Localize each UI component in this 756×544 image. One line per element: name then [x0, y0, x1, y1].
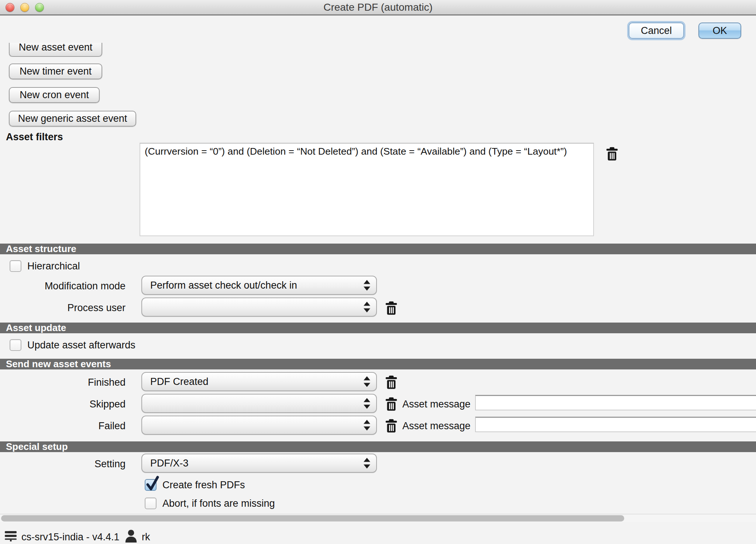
trash-icon[interactable] — [385, 397, 398, 411]
user-name: rk — [142, 531, 150, 543]
setting-dropdown[interactable]: PDF/X-3 — [141, 454, 377, 473]
trash-icon[interactable] — [606, 147, 618, 161]
failed-asset-message-label: Asset message — [402, 420, 471, 432]
new-cron-event-button[interactable]: New cron event — [9, 87, 100, 103]
section-asset-structure: Asset structure — [0, 244, 756, 254]
trash-icon[interactable] — [385, 419, 398, 433]
horizontal-scrollbar-thumb[interactable] — [1, 515, 624, 521]
modification-mode-value: Perform asset check out/check in — [150, 276, 358, 294]
skipped-asset-message-input[interactable] — [475, 395, 756, 410]
hierarchical-label: Hierarchical — [27, 260, 80, 272]
cancel-button[interactable]: Cancel — [629, 23, 684, 39]
asset-filters-label: Asset filters — [6, 131, 63, 143]
abort-if-fonts-missing-label: Abort, if fonts are missing — [162, 497, 275, 509]
modification-mode-label: Modification mode — [0, 280, 126, 292]
checkmark-icon — [145, 475, 160, 492]
new-asset-event-button-clipped: New asset event — [9, 43, 104, 57]
section-asset-update: Asset update — [0, 323, 756, 333]
trash-icon[interactable] — [385, 301, 398, 315]
stepper-icon — [364, 398, 370, 409]
failed-label: Failed — [0, 420, 126, 432]
failed-asset-message-input[interactable] — [475, 417, 756, 432]
trash-icon[interactable] — [385, 375, 398, 389]
hierarchical-checkbox[interactable] — [10, 260, 21, 272]
create-pdf-dialog: Create PDF (automatic) Cancel OK New ass… — [0, 0, 756, 544]
stepper-icon — [364, 458, 370, 469]
title-bar: Create PDF (automatic) — [0, 0, 756, 16]
horizontal-scrollbar[interactable] — [0, 514, 756, 522]
finished-label: Finished — [0, 377, 126, 388]
new-generic-asset-event-button[interactable]: New generic asset event — [9, 111, 136, 127]
finished-value: PDF Created — [150, 373, 358, 390]
section-send-new-asset-events: Send new asset events — [0, 359, 756, 369]
update-asset-afterwards-checkbox[interactable] — [10, 339, 21, 351]
process-user-label: Process user — [0, 302, 126, 314]
new-asset-event-button[interactable]: New asset event — [9, 43, 102, 57]
skipped-dropdown[interactable] — [141, 394, 377, 413]
setting-value: PDF/X-3 — [150, 454, 358, 472]
new-timer-event-button[interactable]: New timer event — [9, 63, 102, 79]
asset-filter-textarea[interactable]: (Currversion = “0”) and (Deletion = “Not… — [140, 143, 594, 236]
skipped-label: Skipped — [0, 399, 126, 410]
setting-label: Setting — [0, 458, 126, 470]
update-asset-afterwards-label: Update asset afterwards — [27, 339, 135, 351]
window-title: Create PDF (automatic) — [0, 0, 756, 15]
ok-button[interactable]: OK — [698, 23, 741, 39]
stepper-icon — [364, 302, 370, 313]
finished-dropdown[interactable]: PDF Created — [141, 372, 377, 391]
server-name: cs-srv15-india - v4.4.1 — [21, 531, 120, 543]
create-fresh-pdfs-checkbox[interactable] — [145, 479, 157, 491]
section-special-setup: Special setup — [0, 441, 756, 452]
stepper-icon — [364, 420, 370, 431]
modification-mode-dropdown[interactable]: Perform asset check out/check in — [141, 276, 377, 295]
create-fresh-pdfs-label: Create fresh PDFs — [162, 479, 245, 491]
stepper-icon — [364, 280, 370, 291]
failed-dropdown[interactable] — [141, 416, 377, 435]
user-icon — [125, 529, 137, 543]
stepper-icon — [364, 376, 370, 387]
skipped-asset-message-label: Asset message — [402, 399, 471, 410]
abort-if-fonts-missing-checkbox[interactable] — [145, 497, 157, 509]
server-icon — [4, 531, 18, 542]
process-user-dropdown[interactable] — [141, 297, 377, 317]
